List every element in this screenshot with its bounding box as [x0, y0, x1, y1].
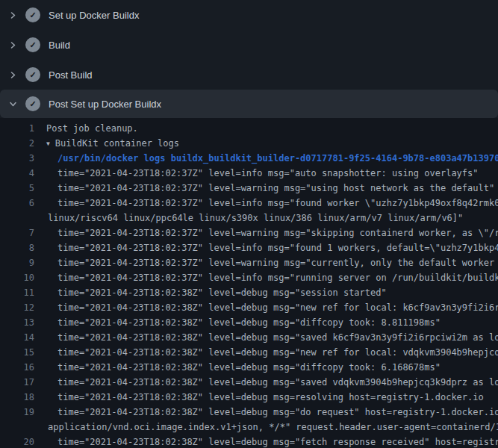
line-number[interactable]: 20 [0, 435, 34, 448]
log-command-text: /usr/bin/docker logs buildx_buildkit_bui… [57, 151, 498, 166]
log-line: 17time="2021-04-23T18:02:38Z" level=debu… [0, 375, 498, 390]
log-text: time="2021-04-23T18:02:37Z" level=info m… [57, 196, 498, 211]
log-text: time="2021-04-23T18:02:37Z" level=warnin… [57, 225, 498, 240]
log-line: 13time="2021-04-23T18:02:38Z" level=debu… [0, 315, 498, 330]
step-row-set-up-docker-buildx[interactable]: ✓ Set up Docker Buildx [0, 0, 498, 30]
log-line: 4time="2021-04-23T18:02:37Z" level=info … [0, 166, 498, 181]
log-line: 16time="2021-04-23T18:02:38Z" level=debu… [0, 360, 498, 375]
log-text: time="2021-04-23T18:02:38Z" level=debug … [57, 300, 498, 315]
step-label: Post Build [49, 69, 93, 81]
log-line: 15time="2021-04-23T18:02:38Z" level=debu… [0, 345, 498, 360]
line-number[interactable]: 17 [0, 375, 34, 390]
log-line: 12time="2021-04-23T18:02:38Z" level=debu… [0, 300, 498, 315]
log-line: 14time="2021-04-23T18:02:38Z" level=debu… [0, 330, 498, 345]
line-number[interactable]: 18 [0, 390, 34, 405]
check-circle-icon: ✓ [25, 7, 40, 22]
log-text: time="2021-04-23T18:02:38Z" level=debug … [57, 315, 441, 330]
log-text: time="2021-04-23T18:02:38Z" level=debug … [57, 345, 498, 360]
chevron-right-icon [9, 71, 17, 79]
line-number[interactable]: 12 [0, 300, 34, 315]
line-number[interactable]: 2 [0, 136, 34, 151]
step-row-post-build[interactable]: ✓ Post Build [0, 60, 498, 90]
log-line: 5time="2021-04-23T18:02:37Z" level=warni… [0, 181, 498, 196]
log-line: linux/riscv64 linux/ppc64le linux/s390x … [0, 211, 498, 225]
log-text: linux/riscv64 linux/ppc64le linux/s390x … [48, 211, 463, 225]
line-number [0, 420, 34, 435]
log-line: 6time="2021-04-23T18:02:37Z" level=info … [0, 196, 498, 211]
line-number[interactable]: 13 [0, 315, 34, 330]
step-label: Post Set up Docker Buildx [49, 99, 161, 110]
log-line: 10time="2021-04-23T18:02:37Z" level=info… [0, 270, 498, 285]
line-number[interactable]: 7 [0, 225, 34, 240]
line-number[interactable]: 15 [0, 345, 34, 360]
log-text: time="2021-04-23T18:02:38Z" level=debug … [57, 390, 484, 405]
chevron-right-icon [9, 41, 17, 49]
line-number[interactable]: 19 [0, 405, 34, 420]
step-row-build[interactable]: ✓ Build [0, 30, 498, 60]
line-number[interactable]: 8 [0, 240, 34, 255]
log-text: time="2021-04-23T18:02:38Z" level=debug … [57, 405, 498, 420]
line-number[interactable]: 5 [0, 181, 34, 196]
log-text: time="2021-04-23T18:02:38Z" level=debug … [57, 435, 498, 448]
line-number[interactable]: 3 [0, 151, 34, 166]
log-text: Post job cleanup. [46, 121, 138, 136]
log-text: application/vnd.oci.image.index.v1+json,… [48, 420, 498, 435]
log-text: time="2021-04-23T18:02:37Z" level=info m… [57, 166, 479, 181]
log-viewer[interactable]: 1Post job cleanup.2▼BuildKit container l… [0, 118, 498, 448]
log-text: time="2021-04-23T18:02:38Z" level=debug … [57, 360, 441, 375]
log-line: 3/usr/bin/docker logs buildx_buildkit_bu… [0, 151, 498, 166]
log-line: 11time="2021-04-23T18:02:38Z" level=debu… [0, 285, 498, 300]
log-text: time="2021-04-23T18:02:37Z" level=info m… [57, 240, 498, 255]
line-number[interactable]: 4 [0, 166, 34, 181]
chevron-down-icon [9, 100, 17, 108]
step-row-post-set-up-docker-buildx[interactable]: ✓ Post Set up Docker Buildx [0, 90, 498, 118]
log-line: 20time="2021-04-23T18:02:38Z" level=debu… [0, 435, 498, 448]
log-line: 8time="2021-04-23T18:02:37Z" level=info … [0, 240, 498, 255]
log-line: 18time="2021-04-23T18:02:38Z" level=debu… [0, 390, 498, 405]
collapse-triangle-icon[interactable]: ▼ [46, 140, 50, 147]
log-text: time="2021-04-23T18:02:38Z" level=debug … [57, 330, 498, 345]
check-circle-icon: ✓ [25, 96, 40, 111]
log-line: 1Post job cleanup. [0, 121, 498, 136]
check-circle-icon: ✓ [25, 67, 40, 82]
log-line: 7time="2021-04-23T18:02:37Z" level=warni… [0, 225, 498, 240]
line-number[interactable]: 10 [0, 270, 34, 285]
log-text: time="2021-04-23T18:02:37Z" level=info m… [57, 270, 498, 285]
step-label: Build [49, 40, 70, 51]
steps-list: ✓ Set up Docker Buildx ✓ Build ✓ Post Bu… [0, 0, 498, 90]
log-line: 19time="2021-04-23T18:02:38Z" level=debu… [0, 405, 498, 420]
check-circle-icon: ✓ [25, 37, 40, 52]
log-line: 2▼BuildKit container logs [0, 136, 498, 151]
log-text: time="2021-04-23T18:02:38Z" level=debug … [57, 375, 498, 390]
line-number[interactable]: 6 [0, 196, 34, 211]
log-text: ▼BuildKit container logs [46, 136, 179, 151]
line-number[interactable]: 9 [0, 255, 34, 270]
line-number [0, 211, 34, 225]
line-number[interactable]: 11 [0, 285, 34, 300]
log-line: application/vnd.oci.image.index.v1+json,… [0, 420, 498, 435]
line-number[interactable]: 1 [0, 121, 34, 136]
chevron-right-icon [9, 11, 17, 19]
log-text: time="2021-04-23T18:02:37Z" level=warnin… [57, 255, 498, 270]
line-number[interactable]: 14 [0, 330, 34, 345]
log-text: time="2021-04-23T18:02:37Z" level=warnin… [57, 181, 494, 196]
log-lines: 1Post job cleanup.2▼BuildKit container l… [0, 121, 498, 448]
line-number[interactable]: 16 [0, 360, 34, 375]
step-label: Set up Docker Buildx [49, 10, 139, 21]
log-text: time="2021-04-23T18:02:38Z" level=debug … [57, 285, 387, 300]
log-line: 9time="2021-04-23T18:02:37Z" level=warni… [0, 255, 498, 270]
